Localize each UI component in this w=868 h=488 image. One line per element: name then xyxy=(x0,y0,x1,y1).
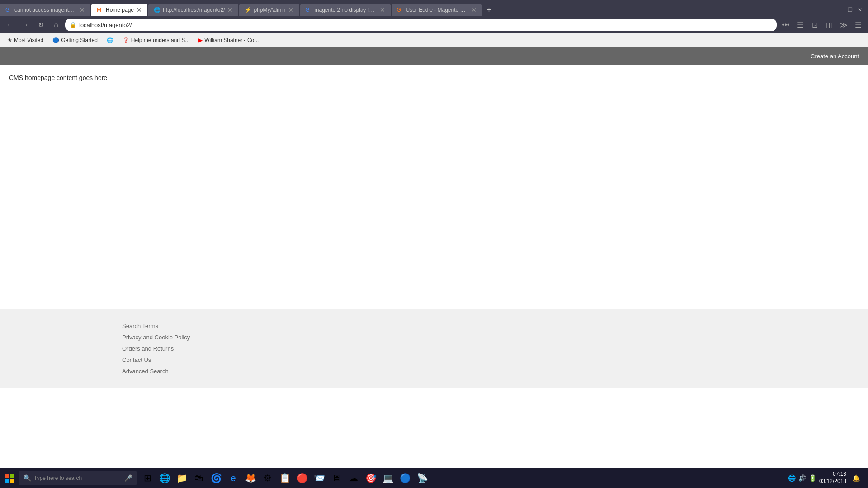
reload-button[interactable]: ↻ xyxy=(34,19,47,31)
restore-button[interactable]: ❐ xyxy=(845,5,854,14)
tab-5-title: magento 2 no display for adm... xyxy=(315,7,377,13)
tab-1-close[interactable]: ✕ xyxy=(80,7,85,13)
minimize-button[interactable]: ─ xyxy=(835,5,844,14)
new-tab-button[interactable]: + xyxy=(483,4,495,16)
footer-link-search-terms[interactable]: Search Terms xyxy=(122,323,859,329)
tab-1[interactable]: G cannot access magento 2 adm... ✕ xyxy=(0,4,90,16)
home-button[interactable]: ⌂ xyxy=(50,19,62,31)
tab-3-close[interactable]: ✕ xyxy=(227,7,233,13)
tab-1-favicon: G xyxy=(5,7,12,13)
tab-3-title: http://localhost/magento2/ xyxy=(163,7,225,13)
address-text[interactable]: localhost/magento2/ xyxy=(79,22,772,28)
cms-content-text: CMS homepage content goes here. xyxy=(9,74,859,81)
tab-2[interactable]: M Home page ✕ xyxy=(91,4,147,16)
more-options-button[interactable]: ••• xyxy=(779,19,792,31)
address-bar[interactable]: 🔒 localhost/magento2/ xyxy=(65,19,777,31)
reader-view-button[interactable]: ⊡ xyxy=(808,19,821,31)
create-account-link[interactable]: Create an Account xyxy=(811,53,859,60)
bookmarks-bar: ★ Most Visited 🔵 Getting Started 🌐 ❓ Hel… xyxy=(0,33,868,47)
tab-bar: G cannot access magento 2 adm... ✕ M Hom… xyxy=(0,0,868,16)
tab-4-title: phpMyAdmin xyxy=(254,7,285,13)
pocket-button[interactable]: ☰ xyxy=(794,19,807,31)
tab-4-favicon: ⚡ xyxy=(245,7,251,13)
tab-5-close[interactable]: ✕ xyxy=(380,7,385,13)
tab-3-favicon: 🌐 xyxy=(154,7,160,13)
menu-button[interactable]: ☰ xyxy=(852,19,864,31)
tab-6-title: User Eddie - Magento Stack Ex... xyxy=(406,7,468,13)
window-controls: ─ ❐ ✕ xyxy=(835,5,868,16)
sidebar-button[interactable]: ◫ xyxy=(823,19,835,31)
browser-chrome: G cannot access magento 2 adm... ✕ M Hom… xyxy=(0,0,868,47)
tab-2-close[interactable]: ✕ xyxy=(137,7,142,13)
bookmark-most-visited-icon: ★ xyxy=(7,37,12,43)
bookmark-william-icon: ▶ xyxy=(198,37,203,43)
bookmark-getting-started[interactable]: 🔵 Getting Started xyxy=(49,36,101,44)
footer-link-advanced-search[interactable]: Advanced Search xyxy=(122,368,859,375)
tab-2-favicon: M xyxy=(97,7,103,13)
browser-toolbar-right: ••• ☰ ⊡ ◫ ≫ ☰ xyxy=(779,19,864,31)
bookmark-getting-started-label: Getting Started xyxy=(61,37,98,43)
address-lock-icon: 🔒 xyxy=(70,22,76,28)
bookmark-william[interactable]: ▶ William Shatner - Co... xyxy=(195,36,262,44)
bookmark-william-label: William Shatner - Co... xyxy=(204,37,259,43)
footer-link-contact[interactable]: Contact Us xyxy=(122,357,859,363)
tab-5[interactable]: G magento 2 no display for adm... ✕ xyxy=(300,4,391,16)
tab-1-title: cannot access magento 2 adm... xyxy=(14,7,77,13)
tab-2-title: Home page xyxy=(106,7,134,13)
address-bar-row: ← → ↻ ⌂ 🔒 localhost/magento2/ ••• ☰ ⊡ ◫ … xyxy=(0,16,868,33)
tab-6[interactable]: G User Eddie - Magento Stack Ex... ✕ xyxy=(392,4,482,16)
bookmark-help-label: Help me understand S... xyxy=(131,37,189,43)
tab-6-close[interactable]: ✕ xyxy=(471,7,476,13)
bookmark-most-visited[interactable]: ★ Most Visited xyxy=(4,36,47,44)
back-button[interactable]: ← xyxy=(4,19,16,31)
footer-link-privacy[interactable]: Privacy and Cookie Policy xyxy=(122,334,859,341)
tab-3[interactable]: 🌐 http://localhost/magento2/ ✕ xyxy=(148,4,238,16)
tab-6-favicon: G xyxy=(397,7,403,13)
bookmark-3-icon: 🌐 xyxy=(107,37,113,43)
footer-link-orders[interactable]: Orders and Returns xyxy=(122,345,859,352)
tab-4-close[interactable]: ✕ xyxy=(288,7,294,13)
bookmark-help-icon: ❓ xyxy=(123,37,129,43)
footer-links: Search Terms Privacy and Cookie Policy O… xyxy=(9,323,859,375)
overflow-button[interactable]: ≫ xyxy=(837,19,850,31)
site-content: CMS homepage content goes here. xyxy=(0,65,868,291)
bookmark-most-visited-label: Most Visited xyxy=(14,37,43,43)
close-button[interactable]: ✕ xyxy=(855,5,864,14)
tab-5-favicon: G xyxy=(306,7,312,13)
forward-button[interactable]: → xyxy=(19,19,32,31)
site-wrapper: Create an Account CMS homepage content g… xyxy=(0,47,868,388)
bookmark-getting-started-icon: 🔵 xyxy=(52,37,59,43)
bookmark-3[interactable]: 🌐 xyxy=(103,36,117,44)
site-footer: Search Terms Privacy and Cookie Policy O… xyxy=(0,309,868,388)
bookmark-help[interactable]: ❓ Help me understand S... xyxy=(119,36,193,44)
tab-4[interactable]: ⚡ phpMyAdmin ✕ xyxy=(239,4,299,16)
site-topbar: Create an Account xyxy=(0,47,868,65)
